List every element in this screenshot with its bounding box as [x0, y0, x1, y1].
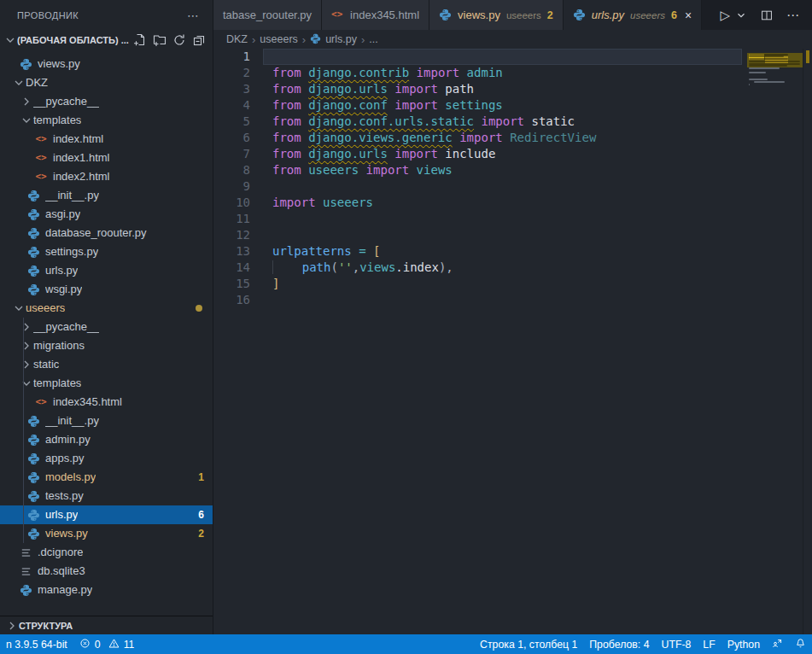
code-line-13[interactable]: 13urlpatterns = [ — [213, 243, 747, 260]
line-number: 15 — [213, 276, 250, 292]
tree-item-label: wsgi.py — [45, 280, 82, 299]
status-indentation[interactable]: Пробелов: 4 — [583, 634, 655, 654]
explorer-more-icon[interactable]: ⋯ — [184, 9, 202, 22]
tree-folder-templates[interactable]: templates — [0, 111, 213, 130]
tree-file-index345-html[interactable]: <>index345.html — [0, 393, 213, 412]
code-line-12[interactable]: 12 — [213, 227, 747, 243]
tree-file--init-py[interactable]: __init__.py — [0, 186, 213, 205]
tree-item-label: tests.py — [45, 487, 84, 505]
code-line-6[interactable]: 6from django.views.generic import Redire… — [213, 130, 747, 146]
tree-file-models-py[interactable]: models.py1 — [0, 468, 213, 487]
refresh-icon[interactable] — [172, 33, 186, 47]
error-count: 0 — [95, 639, 101, 651]
tree-file-apps-py[interactable]: apps.py — [0, 449, 213, 468]
line-number: 10 — [213, 195, 250, 211]
tree-file-index1-html[interactable]: <>index1.html — [0, 149, 213, 167]
status-language-mode[interactable]: Python — [721, 634, 766, 654]
code-line-11[interactable]: 11 — [213, 211, 747, 227]
code-line-10[interactable]: 10import useeers — [213, 195, 747, 211]
tree-folder-templates[interactable]: templates — [0, 374, 213, 393]
code-line-2[interactable]: 2from django.contrib import admin — [213, 65, 747, 81]
code-line-14[interactable]: 14 path('',views.index), — [213, 260, 747, 276]
breadcrumb-item-urls-py[interactable]: urls.py — [310, 33, 357, 45]
tree-file-admin-py[interactable]: admin.py — [0, 430, 213, 449]
tab-urls-py[interactable]: urls.pyuseeers6× — [564, 0, 702, 30]
code-line-16[interactable]: 16 — [213, 292, 747, 308]
tree-file--init-py[interactable]: __init__.py — [0, 412, 213, 430]
status-encoding[interactable]: UTF-8 — [656, 634, 698, 654]
tree-item-label: templates — [33, 374, 81, 393]
tree-file-urls-py[interactable]: urls.py6 — [0, 505, 213, 524]
run-button[interactable]: ▷ — [717, 7, 733, 23]
status-bar: n 3.9.5 64-bit011 Строка 1, столбец 1Про… — [0, 634, 812, 654]
status-cursor-position[interactable]: Строка 1, столбец 1 — [474, 634, 583, 654]
code-line-3[interactable]: 3from django.urls import path — [213, 81, 747, 97]
tree-item-label: views.py — [45, 524, 88, 543]
tree-folder--pycache-[interactable]: __pycache__ — [0, 92, 213, 111]
tree-folder-dkz[interactable]: DKZ — [0, 73, 213, 92]
tree-file-wsgi-py[interactable]: wsgi.py — [0, 280, 213, 299]
code-line-1[interactable]: 1 — [213, 49, 747, 65]
code-line-7[interactable]: 7from django.urls import include — [213, 146, 747, 162]
overview-ruler[interactable] — [803, 49, 812, 634]
tree-file-views-py[interactable]: views.py2 — [0, 524, 213, 543]
line-content: from django.urls import include — [272, 146, 495, 162]
tree-folder--pycache-[interactable]: __pycache__ — [0, 318, 213, 336]
new-file-icon[interactable] — [133, 33, 147, 47]
tree-file-index-html[interactable]: <>index.html — [0, 130, 213, 149]
status-problems[interactable]: 011 — [73, 634, 141, 654]
tab-views-py[interactable]: views.pyuseeers2 — [429, 0, 564, 30]
outline-section-header[interactable]: СТРУКТУРА — [0, 616, 213, 634]
tree-item-label: migrations — [33, 336, 85, 355]
tree-file-settings-py[interactable]: settings.py — [0, 242, 213, 261]
code-line-5[interactable]: 5from django.conf.urls.static import sta… — [213, 114, 747, 130]
minimap-line — [749, 61, 800, 62]
code-line-8[interactable]: 8from useeers import views — [213, 162, 747, 178]
status-label: Python — [727, 639, 760, 651]
tree-folder-migrations[interactable]: migrations — [0, 336, 213, 355]
new-folder-icon[interactable] — [153, 33, 166, 47]
tree-file-index2-html[interactable]: <>index2.html — [0, 167, 213, 186]
tree-file-database-roouter-py[interactable]: database_roouter.py — [0, 224, 213, 242]
code-line-9[interactable]: 9 — [213, 178, 747, 195]
split-editor-button[interactable] — [758, 8, 775, 23]
more-actions-button[interactable]: ⋯ — [784, 6, 802, 25]
tree-file--dcignore[interactable]: .dcignore — [0, 543, 213, 562]
close-icon[interactable]: × — [685, 9, 692, 21]
line-number: 8 — [213, 162, 250, 178]
code-line-4[interactable]: 4from django.conf import settings — [213, 97, 747, 114]
chevron-down-icon — [20, 377, 33, 390]
tree-file-views-py[interactable]: views.py — [0, 55, 213, 73]
code-line-15[interactable]: 15] — [213, 276, 747, 292]
status-share-feedback[interactable] — [766, 634, 789, 654]
tab-tabase-roouter-py[interactable]: tabase_roouter.py — [213, 0, 322, 30]
chevron-right-icon — [5, 619, 19, 633]
breadcrumb-item-dkz[interactable]: DKZ — [226, 33, 248, 45]
tree-file-tests-py[interactable]: tests.py — [0, 487, 213, 505]
breadcrumb-item--[interactable]: ... — [369, 33, 377, 45]
tree-file-db-sqlite3[interactable]: db.sqlite3 — [0, 562, 213, 581]
tree-file-asgi-py[interactable]: asgi.py — [0, 205, 213, 224]
tree-file-manage-py[interactable]: manage.py — [0, 581, 213, 599]
code-editor[interactable]: 12from django.contrib import admin3from … — [213, 49, 747, 634]
warning-count: 11 — [124, 639, 135, 651]
tab-index345-html[interactable]: <>index345.html — [322, 0, 429, 30]
tree-folder-useeers[interactable]: useeers — [0, 299, 213, 318]
tree-item-label: urls.py — [45, 505, 78, 524]
workspace-section-header[interactable]: (РАБОЧАЯ ОБЛАСТЬ) ... — [0, 30, 213, 50]
chevron-down-icon — [12, 301, 26, 315]
breadcrumb-item-useeers[interactable]: useeers — [260, 33, 297, 45]
html-icon: <> — [34, 132, 48, 146]
chevron-right-icon — [20, 358, 33, 371]
status-python-version[interactable]: n 3.9.5 64-bit — [0, 634, 73, 654]
tree-file-urls-py[interactable]: urls.py — [0, 261, 213, 280]
minimap[interactable] — [747, 49, 803, 151]
tree-folder-static[interactable]: static — [0, 355, 213, 374]
run-dropdown-button[interactable] — [733, 8, 750, 23]
collapse-all-icon[interactable] — [192, 33, 206, 47]
workspace-label: (РАБОЧАЯ ОБЛАСТЬ) ... — [17, 35, 133, 45]
html-icon: <> — [331, 9, 345, 22]
status-eol[interactable]: LF — [697, 634, 721, 654]
line-content: from django.conf.urls.static import stat… — [272, 114, 575, 130]
status-notifications[interactable] — [789, 634, 812, 654]
